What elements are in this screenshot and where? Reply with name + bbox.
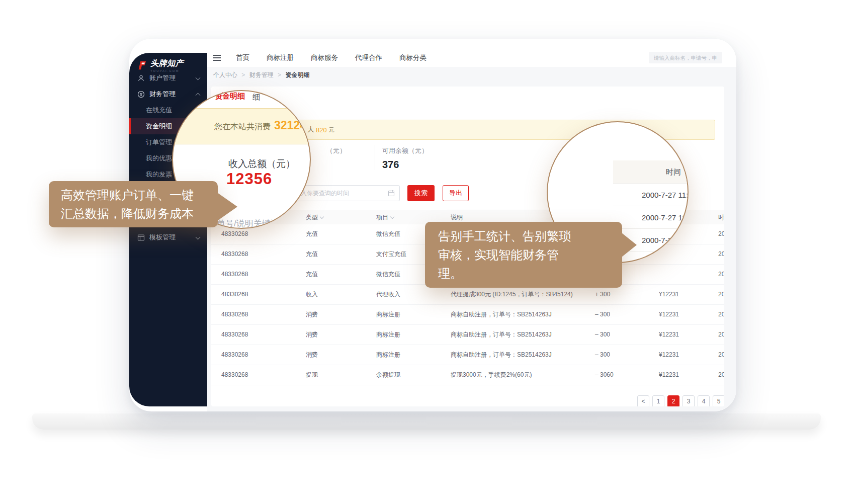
banner-tail-text: 大 820 元 [307,120,334,139]
nav-item-agent-cooperation[interactable]: 代理合作 [355,53,382,62]
laptop-mockup: 头牌知产 TOUPAI.COM 账户管理 [0,0,853,504]
chevron-down-icon [196,235,201,240]
breadcrumb-item[interactable]: 个人中心 [213,71,237,78]
cell-desc: 提现3000元，手续费2%(60元) [451,365,532,385]
pagination-page-3[interactable]: 3 [683,395,695,406]
template-icon [137,234,145,241]
cell-order: 48330268 [221,345,248,365]
cell-order: 48330268 [221,305,248,324]
cell-time: 2000-7-27 11:58:03 [718,365,724,385]
cell-order: 48330268 [221,244,248,264]
cell-order: 48330268 [221,265,248,284]
cell-balance: ¥12231 [659,325,679,345]
column-header-time: 时间 [718,210,724,224]
callout-line: 告别手工统计、告别繁琐 [438,227,622,245]
cell-desc: 商标自助注册，订单号：SB2514263J [451,305,552,324]
hamburger-menu-icon[interactable] [213,53,221,62]
breadcrumb: 个人中心 > 财务管理 > 资金明细 [213,71,309,79]
stat-divider [375,145,375,170]
pagination-page-5[interactable]: 5 [713,395,724,406]
topbar: 首页 商标注册 商标服务 代理合作 商标分类 [207,49,736,67]
top-nav: 首页 商标注册 商标服务 代理合作 商标分类 [236,53,426,62]
cell-order: 48330268 [221,285,248,304]
magnified-tab-fragment: 细 [252,93,260,102]
cell-type: 充值 [306,244,318,264]
pagination-page-4[interactable]: 4 [698,395,710,406]
pagination-page-1[interactable]: 1 [652,395,664,406]
sidebar-item-template[interactable]: 模板管理 [129,229,207,245]
laptop-base [32,413,821,430]
breadcrumb-current: 资金明细 [285,71,309,78]
sidebar-item-finance[interactable]: 财务管理 [129,86,207,102]
finance-icon [137,91,145,98]
cell-type: 充值 [306,265,318,284]
export-button[interactable]: 导出 [443,185,469,201]
nav-item-home[interactable]: 首页 [236,53,249,62]
magnified-time-header: 时间 [613,160,689,184]
table-row[interactable]: 48330268 消费 商标注册 商标自助注册，订单号：SB2514263J –… [211,305,724,325]
pagination-page-2-active[interactable]: 2 [667,395,679,406]
cell-type: 消费 [306,325,318,345]
user-icon [137,74,145,82]
chevron-up-icon [196,93,201,98]
chevron-down-icon [320,215,324,219]
cell-type: 提现 [306,365,318,385]
cell-project: 支付宝充值 [376,244,406,264]
cell-balance: ¥12231 [659,305,679,324]
magnified-banner: 您在本站共消费 32124 [172,108,311,144]
magnified-income-value: 12356 [226,170,272,188]
callout-line: 高效管理账户订单、一键 [61,186,218,204]
table-row[interactable]: 48330268 提现 余额提现 提现3000元，手续费2%(60元) – 30… [211,365,724,385]
cell-time: 2000-7-27 11:58:03 [718,325,724,345]
cell-order: 48330268 [221,325,248,345]
pagination-prev-button[interactable]: < [637,395,649,406]
cell-project: 余额提现 [376,365,400,385]
cell-type: 收入 [306,285,318,304]
sidebar-item-label: 财务管理 [149,90,176,99]
cell-desc: 商标自助注册，订单号：SB2514263J [451,345,552,365]
cell-type: 充值 [306,224,318,244]
cell-project: 代理收入 [376,285,400,304]
callout-line: 理。 [438,264,622,283]
magnified-income-label: 收入总额（元） [228,157,295,171]
cell-balance: ¥12231 [659,365,679,385]
banner-amount-small: 820 [316,126,327,134]
cell-time: 2000-7-27 11:58:03 [718,265,724,284]
magnified-banner-prefix: 您在本站共消费 [214,122,271,132]
nav-item-trademark-register[interactable]: 商标注册 [267,53,294,62]
cell-time: 2000-7-27 11:58:03 [718,345,724,365]
sidebar: 头牌知产 TOUPAI.COM 账户管理 [129,53,207,406]
brand-name: 头牌知产 [150,58,184,69]
callout-left: 高效管理账户订单、一键 汇总数据，降低财务成本 [49,181,218,227]
table-row[interactable]: 48330268 收入 代理收入 代理提成300元 (ID:1245，订单号：S… [211,285,724,305]
nav-item-trademark-service[interactable]: 商标服务 [311,53,338,62]
cell-order: 48330268 [221,365,248,385]
sidebar-item-label: 账户管理 [149,73,176,82]
column-header-project[interactable]: 项目 [376,210,394,224]
calendar-icon [388,190,395,199]
sidebar-item-account[interactable]: 账户管理 [129,70,207,86]
callout-line: 汇总数据，降低财务成本 [61,204,218,223]
nav-item-trademark-category[interactable]: 商标分类 [399,53,426,62]
global-search-input[interactable] [649,52,722,63]
cell-project: 商标注册 [376,345,400,365]
magnified-time-cell: 2000-7-27 11:58:03 [613,206,689,229]
chevron-down-icon [196,75,201,80]
stat-available-balance: 可用余额（元） 376 [382,146,428,171]
cell-time: 2000-7-27 11:58:03 [718,244,724,264]
breadcrumb-separator: > [278,71,281,78]
pagination: < 1 2 3 4 5 [637,395,724,406]
cell-time: 2000-7-27 11:58:03 [718,224,724,244]
cell-time: 2000-7-27 11:58:03 [718,285,724,304]
cell-project: 商标注册 [376,325,400,345]
magnified-time-cell: 2000-7-27 11:58:03 [613,184,689,206]
table-row[interactable]: 48330268 消费 商标注册 商标自助注册，订单号：SB2514263J –… [211,325,724,345]
column-header-type[interactable]: 类型 [306,210,323,224]
search-button[interactable]: 搜索 [407,185,435,201]
table-row[interactable]: 48330268 消费 商标注册 商标自助注册，订单号：SB2514263J –… [211,345,724,365]
cell-project: 商标注册 [376,305,400,324]
sidebar-item-label: 模板管理 [149,233,176,242]
breadcrumb-item[interactable]: 财务管理 [249,71,274,78]
cell-amount: – 3060 [595,365,614,385]
chevron-down-icon [390,215,394,219]
